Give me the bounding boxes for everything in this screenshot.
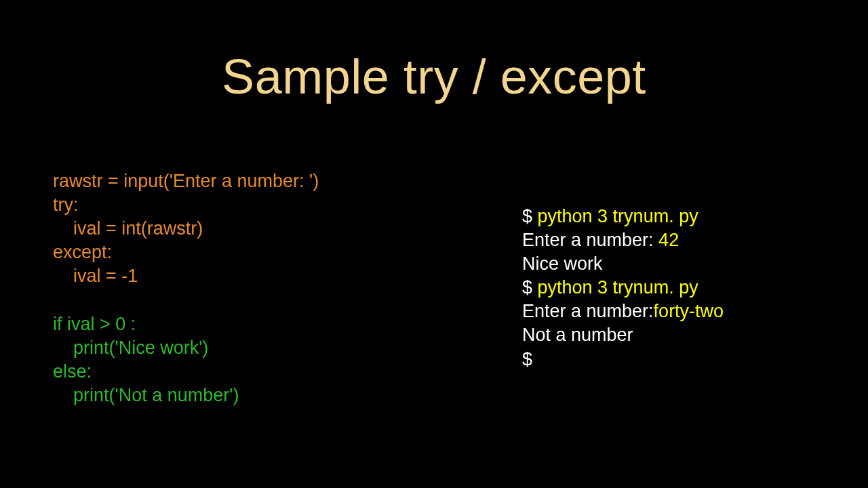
code-line-8: print('Nice work'): [53, 338, 208, 358]
output-block: $ python 3 trynum. py Enter a number: 42…: [522, 205, 724, 371]
out-line-6: Not a number: [522, 325, 633, 345]
slide-title: Sample try / except: [0, 49, 868, 104]
code-block: rawstr = input('Enter a number: ') try: …: [53, 169, 319, 407]
out-line-2b: 42: [658, 230, 679, 250]
slide: Sample try / except rawstr = input('Ente…: [0, 0, 868, 488]
code-line-1: rawstr = input('Enter a number: '): [53, 171, 319, 191]
code-line-3: ival = int(rawstr): [53, 218, 203, 239]
code-line-10: print('Not a number'): [53, 385, 239, 405]
cmd-1: python 3 trynum. py: [538, 206, 698, 226]
out-line-5a: Enter a number:: [522, 301, 654, 321]
out-line-3: Nice work: [522, 253, 603, 274]
prompt-1: $: [522, 206, 538, 226]
code-line-4: except:: [53, 242, 112, 262]
code-line-5: ival = -1: [53, 266, 138, 286]
prompt-2: $: [522, 277, 538, 298]
out-line-2a: Enter a number:: [522, 230, 658, 250]
code-line-2: try:: [53, 195, 79, 215]
out-line-5b: forty-two: [654, 301, 724, 321]
cmd-2: python 3 trynum. py: [538, 277, 698, 298]
code-line-7: if ival > 0 :: [53, 314, 136, 334]
prompt-3: $: [522, 349, 532, 369]
code-line-9: else:: [53, 361, 92, 382]
